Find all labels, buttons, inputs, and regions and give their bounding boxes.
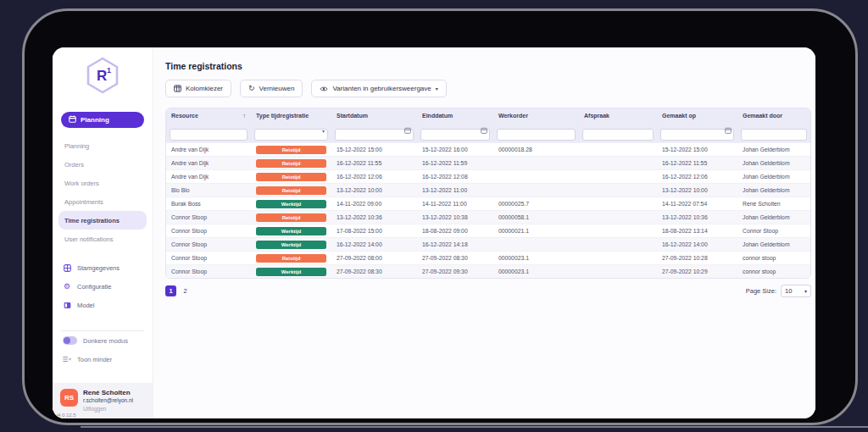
cell-resource: Blo Blo <box>166 184 251 197</box>
cell-created-by: Johan Gelderblom <box>737 238 810 251</box>
cell-type: Werktijd <box>251 224 331 237</box>
hexagon-logo-icon: R 1 <box>84 56 121 95</box>
collapse-icon <box>63 356 71 363</box>
col-header-werkorder[interactable]: Werkorder <box>493 108 579 123</box>
filter-resource-input[interactable] <box>170 129 248 141</box>
table-row[interactable]: Connor Stoop Werktijd 16-12-2022 14:00 1… <box>166 237 810 251</box>
col-header-startdatum[interactable]: Startdatum <box>331 108 417 123</box>
filter-einddatum-input[interactable] <box>420 129 490 141</box>
toggle-knob <box>64 337 70 344</box>
cell-created-by: René Scholten <box>737 197 810 210</box>
sidebar-item-orders[interactable]: Orders <box>53 155 153 174</box>
filter-afspraak-input[interactable] <box>582 129 654 141</box>
cell-created-on: 15-12-2022 15:00 <box>657 143 737 156</box>
logout-link[interactable]: Uitloggen <box>83 405 133 413</box>
sidebar-item-stamgegevens[interactable]: Stamgegevens <box>53 258 153 277</box>
cell-werkorder: 00000023.1 <box>493 252 579 264</box>
svg-text:1: 1 <box>107 66 111 75</box>
variants-dropdown-button[interactable]: Varianten in gebruikersweergave ▾ <box>311 80 446 97</box>
cell-created-by: Johan Gelderblom <box>737 184 810 197</box>
refresh-button[interactable]: ↻ Vernieuwen <box>240 80 303 97</box>
column-chooser-button[interactable]: Kolomkiezer <box>165 80 231 97</box>
time-registrations-table: Resource↑ Type tijdregistratie Startdatu… <box>165 108 811 279</box>
type-badge: Werktijd <box>256 241 326 249</box>
sidebar-item-appointments[interactable]: Appointments <box>53 192 153 211</box>
main-content: Time registrations Kolomkiezer ↻ Vernieu… <box>153 47 815 418</box>
sidebar-item-user-notifications[interactable]: User notifications <box>53 230 153 248</box>
cell-afspraak <box>579 224 657 237</box>
cell-end: 13-12-2022 11:00 <box>417 184 493 197</box>
svg-text:R: R <box>97 68 107 84</box>
sidebar-item-configuratie[interactable]: ⚙ Configuratie <box>53 277 153 296</box>
collapse-sidebar-row[interactable]: Toon minder <box>53 350 153 368</box>
sidebar-section-list: Stamgegevens ⚙ Configuratie Model <box>53 258 153 314</box>
cell-afspraak <box>579 170 657 183</box>
col-header-gemaakt-op[interactable]: Gemaakt op <box>657 108 737 123</box>
cell-afspraak <box>579 184 657 197</box>
filter-startdatum-input[interactable] <box>335 129 414 141</box>
cell-afspraak <box>579 143 657 156</box>
gear-icon: ⚙ <box>63 283 71 291</box>
page-size-select[interactable]: 10 ▾ <box>781 285 811 297</box>
cell-end: 16-12-2022 11:59 <box>417 157 493 169</box>
sidebar-sub-list: Planning Orders Work orders Appointments… <box>53 136 153 248</box>
dark-mode-toggle[interactable] <box>63 336 77 345</box>
cell-type: Reistijd <box>251 143 331 156</box>
table-filter-row: ▾ <box>166 123 810 142</box>
cell-created-on: 13-12-2022 10:00 <box>657 184 737 197</box>
cell-resource: Connor Stoop <box>166 252 251 264</box>
cell-created-on: 18-08-2022 13:14 <box>657 224 737 237</box>
sidebar-item-time-registrations[interactable]: Time registrations <box>58 211 147 230</box>
cell-type: Werktijd <box>251 238 331 251</box>
columns-icon <box>174 85 181 92</box>
cell-end: 18-08-2022 09:00 <box>417 224 493 237</box>
page-button-2[interactable]: 2 <box>180 285 191 296</box>
sidebar-item-planning-main[interactable]: Planning <box>61 112 144 128</box>
sidebar: R 1 Planning Planning Orders Work orders… <box>53 47 153 418</box>
table-row[interactable]: Blo Blo Reistijd 13-12-2022 10:00 13-12-… <box>166 183 810 197</box>
cell-created-on: 16-12-2022 12:06 <box>657 170 737 183</box>
dark-mode-row[interactable]: Donkere modus <box>53 331 153 350</box>
col-header-resource[interactable]: Resource↑ <box>166 108 251 123</box>
table-row[interactable]: Connor Stoop Reistijd 13-12-2022 10:36 1… <box>166 210 810 224</box>
type-badge: Werktijd <box>256 268 326 276</box>
cell-afspraak <box>579 157 657 169</box>
table-row[interactable]: Andre van Dijk Reistijd 16-12-2022 11:55… <box>166 156 810 169</box>
filter-gemaakt-door-input[interactable] <box>741 129 807 141</box>
cell-created-by: Johan Gelderblom <box>737 143 810 156</box>
table-row[interactable]: Connor Stoop Reistijd 27-09-2022 08:00 2… <box>166 251 810 264</box>
col-header-type[interactable]: Type tijdregistratie <box>251 108 331 123</box>
filter-gemaakt-op-input[interactable] <box>660 129 734 141</box>
cell-werkorder: 00000025.7 <box>493 197 579 210</box>
user-name: René Scholten <box>83 389 133 397</box>
cell-resource: Connor Stoop <box>166 238 251 251</box>
cell-end: 27-09-2022 09:30 <box>417 265 493 278</box>
col-header-einddatum[interactable]: Einddatum <box>417 108 493 123</box>
table-row[interactable]: Connor Stoop Werktijd 17-08-2022 15:00 1… <box>166 224 810 237</box>
col-header-afspraak[interactable]: Afspraak <box>579 108 657 123</box>
sidebar-item-work-orders[interactable]: Work orders <box>53 174 153 192</box>
cell-created-by: Johan Gelderblom <box>737 211 810 224</box>
cell-werkorder: 00000018.28 <box>493 143 579 156</box>
cell-end: 14-11-2022 11:00 <box>417 197 493 210</box>
page-button-1[interactable]: 1 <box>165 285 176 296</box>
cell-resource: Andre van Dijk <box>166 170 251 183</box>
cell-afspraak <box>579 265 657 278</box>
table-row[interactable]: Burak Boss Werktijd 14-11-2022 09:00 14-… <box>166 197 810 210</box>
pagination: 1 2 Page Size: 10 ▾ <box>165 285 811 297</box>
cell-created-on: 14-11-2022 07:54 <box>657 197 737 210</box>
filter-werkorder-input[interactable] <box>497 129 576 141</box>
table-row[interactable]: Connor Stoop Werktijd 27-09-2022 08:30 2… <box>166 264 810 278</box>
table-row[interactable]: Andre van Dijk Reistijd 16-12-2022 12:06… <box>166 169 810 183</box>
marketing-backdrop: R 1 Planning Planning Orders Work orders… <box>0 0 868 432</box>
cell-start: 27-09-2022 08:00 <box>331 252 417 264</box>
col-header-gemaakt-door[interactable]: Gemaakt door <box>737 108 810 123</box>
filter-type-select[interactable] <box>254 129 328 141</box>
cell-type: Reistijd <box>251 170 331 183</box>
cell-werkorder <box>493 170 579 183</box>
sidebar-item-planning[interactable]: Planning <box>53 136 153 155</box>
cell-type: Reistijd <box>251 157 331 169</box>
sidebar-item-model[interactable]: Model <box>53 296 153 314</box>
cell-start: 13-12-2022 10:00 <box>331 184 417 197</box>
table-row[interactable]: Andre van Dijk Reistijd 15-12-2022 15:00… <box>166 142 810 156</box>
